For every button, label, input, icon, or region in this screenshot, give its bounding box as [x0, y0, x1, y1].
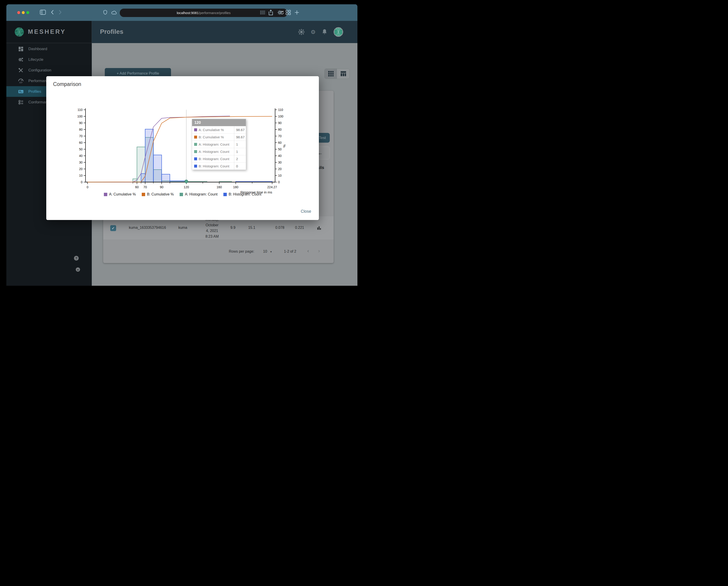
tab-groups-icon[interactable] [260, 10, 265, 15]
svg-text:%: % [282, 144, 286, 148]
cloud-icon[interactable] [111, 10, 117, 15]
shield-icon[interactable] [103, 10, 107, 15]
svg-text:70: 70 [278, 134, 282, 138]
legend-item[interactable]: B: Histogram: Count [224, 192, 261, 196]
profiles-icon [18, 89, 24, 94]
forward-icon[interactable] [58, 10, 62, 15]
row-name: kuma_1633353794616 [129, 225, 166, 230]
minimize-window-button[interactable] [22, 11, 25, 14]
help-button[interactable]: ? [74, 256, 79, 261]
svg-text:60: 60 [79, 141, 82, 144]
back-icon[interactable] [51, 10, 54, 15]
zoom-window-button[interactable] [26, 11, 29, 14]
svg-text:20: 20 [79, 167, 82, 171]
tooltip-row: A: Histogram: Count1 [192, 141, 246, 148]
next-page-icon[interactable]: › [318, 248, 320, 254]
svg-text:20: 20 [278, 167, 282, 171]
svg-text:70: 70 [79, 134, 82, 138]
tooltip-row: B: Histogram: Count2 [192, 155, 246, 162]
meshery-logo-icon [15, 27, 24, 37]
conformance-icon [18, 100, 24, 105]
tooltip-row: B: Cumulative %98.67 [192, 133, 246, 141]
app-header: Profiles ⚙ [92, 21, 358, 43]
avatar[interactable] [333, 27, 343, 37]
sidebar-toggle-icon[interactable] [40, 10, 46, 15]
browser-chrome: localhost:9081/performance/profiles [6, 4, 358, 21]
svg-text:40: 40 [278, 154, 282, 158]
notifications-bell-icon[interactable] [322, 29, 327, 35]
close-window-button[interactable] [17, 11, 20, 14]
svg-text:224.27: 224.27 [267, 185, 277, 189]
share-icon[interactable] [268, 9, 273, 16]
new-tab-icon[interactable] [294, 10, 300, 15]
series-swatch [194, 143, 197, 146]
comparison-modal: Comparison 00101020203030404050506060707… [46, 76, 319, 220]
tooltip-row: A: Histogram: Count1 [192, 148, 246, 155]
series-swatch [194, 165, 197, 167]
collapse-sidebar-button[interactable]: « [76, 267, 80, 272]
svg-text:30: 30 [278, 161, 282, 164]
table-view-icon [340, 71, 346, 76]
row-p50: 0.078 [275, 225, 284, 230]
svg-text:100: 100 [77, 114, 83, 118]
table-view-button[interactable] [337, 69, 349, 79]
row-p99: 0.221 [295, 225, 304, 230]
svg-text:110: 110 [278, 108, 283, 112]
screenshot-stage: localhost:9081/performance/profiles MESH… [0, 0, 364, 293]
previous-page-icon[interactable]: ‹ [307, 248, 309, 254]
svg-text:120: 120 [184, 185, 189, 189]
close-modal-button[interactable]: Close [300, 209, 313, 214]
series-swatch [194, 157, 197, 160]
settings-gear-icon[interactable] [277, 10, 283, 15]
tab-overview-icon[interactable] [286, 10, 291, 15]
dropdown-caret-icon[interactable]: ▾ [270, 250, 272, 253]
rows-per-page-select[interactable]: 10 [263, 249, 267, 254]
service-mesh-hub-icon[interactable] [298, 29, 305, 35]
legend-swatch [224, 193, 227, 196]
performance-icon: SMP [18, 78, 24, 84]
url-path: /performance/profiles [199, 11, 231, 15]
row-chart-icon[interactable] [317, 225, 321, 230]
tooltip-row: A: Cumulative %98.67 [192, 126, 246, 133]
settings-icon[interactable]: ⚙ [311, 29, 316, 35]
sidebar-item-lifecycle[interactable]: Lifecycle [6, 54, 92, 65]
sidebar-item-label: Lifecycle [28, 57, 43, 62]
rows-per-page-label: Rows per page: [229, 249, 254, 254]
chart-tooltip: 120 A: Cumulative %98.67 B: Cumulative %… [192, 119, 246, 170]
svg-text:70: 70 [143, 185, 147, 189]
logo-row[interactable]: MESHERY [6, 21, 92, 43]
chart-legend: A: Cumulative % B: Cumulative % A: Histo… [46, 192, 319, 196]
logo-wordmark: MESHERY [28, 28, 66, 35]
legend-item[interactable]: A: Histogram: Count [180, 192, 217, 196]
svg-text:60: 60 [135, 185, 139, 189]
lifecycle-icon [18, 57, 24, 62]
grid-view-icon [328, 71, 334, 77]
sidebar-item-dashboard[interactable]: Dashboard [6, 44, 92, 54]
svg-text:60: 60 [278, 141, 282, 144]
sidebar-item-label: Dashboard [28, 47, 47, 51]
grid-view-button[interactable] [324, 69, 337, 79]
svg-text:50: 50 [79, 148, 82, 151]
pagination-range: 1-2 of 2 [284, 249, 296, 254]
svg-text:40: 40 [79, 154, 82, 158]
svg-text:0: 0 [278, 180, 280, 184]
row-date: Monday, October 4, 2021 8:23 AM [205, 217, 219, 239]
svg-text:160: 160 [216, 185, 222, 189]
svg-text:90: 90 [79, 121, 82, 125]
row-duration: 15.1 [248, 225, 255, 230]
svg-text:80: 80 [79, 128, 82, 131]
sidebar-item-configuration[interactable]: Configuration [6, 65, 92, 76]
series-swatch [194, 150, 197, 153]
legend-item[interactable]: B: Cumulative % [142, 192, 174, 196]
legend-swatch [180, 193, 183, 196]
legend-swatch [104, 193, 107, 196]
pagination: Rows per page: 10 ▾ 1-2 of 2 ‹ › [103, 245, 334, 259]
svg-text:0: 0 [87, 185, 88, 189]
svg-text:SMP: SMP [19, 82, 23, 83]
page-title: Profiles [100, 28, 123, 35]
series-swatch [194, 128, 197, 131]
legend-item[interactable]: A: Cumulative % [104, 192, 136, 196]
browser-window: localhost:9081/performance/profiles MESH… [6, 4, 358, 286]
row-checkbox[interactable]: ✓ [110, 225, 116, 231]
comparison-chart[interactable]: 0010102020303040405050606070708080909010… [46, 76, 319, 220]
